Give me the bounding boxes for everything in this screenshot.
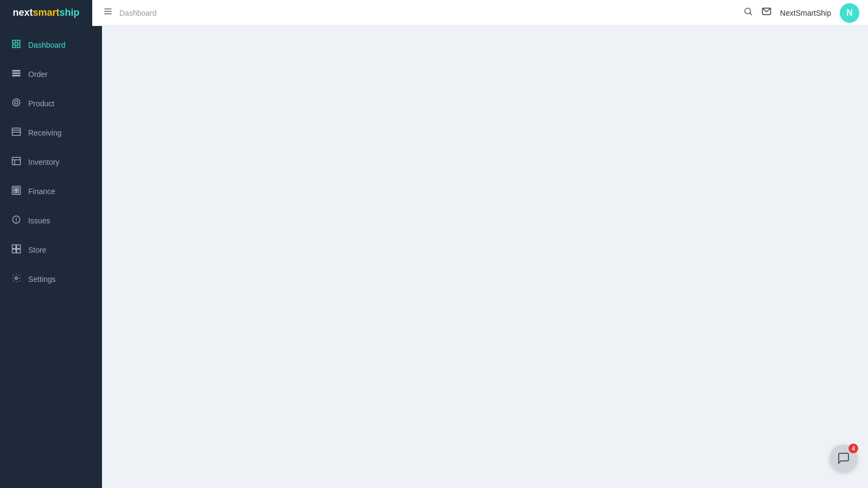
svg-rect-7: [17, 40, 20, 43]
hamburger-button[interactable]: [103, 7, 113, 19]
dashboard-icon: [11, 39, 22, 51]
svg-rect-29: [12, 245, 16, 249]
sidebar-label-finance: Finance: [28, 187, 55, 196]
svg-rect-32: [17, 249, 21, 253]
sidebar-item-store[interactable]: Store: [0, 235, 102, 265]
sidebar-item-order[interactable]: Order: [0, 60, 102, 89]
svg-rect-6: [12, 40, 15, 43]
mail-icon: [762, 7, 771, 16]
svg-point-13: [12, 99, 20, 106]
svg-rect-2: [104, 14, 112, 15]
sidebar-item-settings[interactable]: Settings: [0, 265, 102, 294]
sidebar-item-product[interactable]: Product: [0, 89, 102, 118]
svg-rect-22: [14, 188, 16, 190]
sidebar-item-dashboard[interactable]: Dashboard: [0, 30, 102, 60]
svg-rect-8: [12, 45, 15, 48]
inventory-icon: [11, 156, 22, 168]
menu-icon: [103, 7, 113, 16]
svg-point-33: [15, 277, 18, 280]
order-icon: [11, 68, 22, 80]
svg-rect-23: [17, 188, 19, 190]
mail-button[interactable]: [762, 7, 771, 19]
store-icon: [11, 244, 22, 256]
sidebar-label-store: Store: [28, 246, 46, 254]
chat-badge: 4: [848, 444, 858, 453]
search-button[interactable]: [743, 7, 753, 19]
main-content: [102, 26, 868, 488]
sidebar-label-receiving: Receiving: [28, 129, 61, 137]
svg-rect-18: [12, 157, 21, 165]
user-name: NextSmartShip: [780, 9, 831, 17]
svg-point-14: [15, 101, 18, 104]
svg-line-4: [750, 13, 751, 15]
avatar-initial: N: [846, 8, 853, 18]
svg-point-28: [16, 221, 17, 222]
svg-rect-24: [14, 191, 16, 193]
avatar[interactable]: N: [840, 3, 859, 23]
product-icon: [11, 98, 22, 110]
header-right: NextSmartShip N: [743, 3, 859, 23]
chat-button[interactable]: 4: [830, 445, 857, 472]
svg-rect-0: [104, 9, 112, 10]
receiving-icon: [11, 127, 22, 139]
sidebar-item-issues[interactable]: Issues: [0, 206, 102, 235]
sidebar-label-inventory: Inventory: [28, 158, 60, 166]
header-left: nextsmartship Dashboard: [9, 0, 157, 26]
sidebar-label-product: Product: [28, 99, 54, 108]
svg-rect-11: [12, 73, 20, 74]
header: nextsmartship Dashboard NextSmartShip: [0, 0, 868, 26]
logo: nextsmartship: [0, 0, 92, 26]
svg-rect-12: [12, 75, 20, 76]
sidebar-label-issues: Issues: [28, 216, 50, 225]
chat-icon: [837, 452, 850, 465]
main-layout: Dashboard Order Product: [0, 26, 868, 488]
svg-rect-9: [17, 45, 20, 48]
sidebar-item-receiving[interactable]: Receiving: [0, 118, 102, 147]
svg-rect-30: [17, 245, 21, 249]
sidebar-label-dashboard: Dashboard: [28, 41, 66, 49]
sidebar: Dashboard Order Product: [0, 26, 102, 488]
svg-rect-25: [17, 191, 19, 193]
sidebar-label-settings: Settings: [28, 275, 56, 284]
issues-icon: [11, 215, 22, 227]
svg-rect-10: [12, 70, 20, 72]
search-icon: [743, 7, 753, 16]
sidebar-item-finance[interactable]: Finance: [0, 177, 102, 206]
sidebar-label-order: Order: [28, 70, 48, 79]
svg-rect-1: [104, 11, 112, 12]
sidebar-item-inventory[interactable]: Inventory: [0, 147, 102, 177]
breadcrumb: Dashboard: [119, 9, 157, 17]
svg-rect-31: [12, 249, 16, 253]
finance-icon: [11, 185, 22, 197]
logo-text: nextsmartship: [12, 7, 79, 18]
settings-icon: [11, 273, 22, 285]
